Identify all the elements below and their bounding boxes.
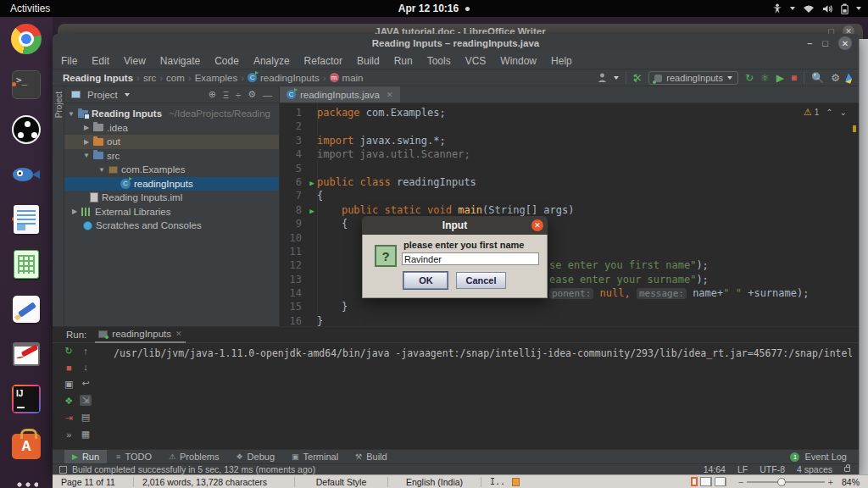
line-ending[interactable]: LF <box>737 464 748 474</box>
tool-tab-terminal[interactable]: ▣Terminal <box>284 450 346 464</box>
soft-wrap-icon[interactable]: ↩ <box>81 378 89 389</box>
menu-help[interactable]: Help <box>551 55 572 67</box>
tool-tab-build[interactable]: ⚒Build <box>348 450 395 464</box>
dock-bluefish[interactable] <box>9 158 43 191</box>
tree-item-idea[interactable]: ▶ .idea <box>64 121 279 136</box>
lo-paragraph-style[interactable]: Default Style <box>295 477 388 487</box>
ide-close-button[interactable]: ✕ <box>838 36 852 50</box>
debug-button[interactable]: ⚛ <box>760 72 770 84</box>
insert-mode-icon[interactable]: I.. <box>490 477 505 486</box>
clock[interactable]: Apr 12 10:16 <box>0 3 868 14</box>
menu-run[interactable]: Run <box>394 55 413 67</box>
build-status-message[interactable]: Build completed successfully in 5 sec, 1… <box>72 464 315 474</box>
up-stack-icon[interactable]: ↑ <box>83 346 88 356</box>
menu-tools[interactable]: Tools <box>427 55 451 67</box>
expand-all-icon[interactable]: Ξ <box>223 90 229 100</box>
first-name-input[interactable] <box>402 252 539 265</box>
lo-page-count[interactable]: Page 11 of 11 <box>53 477 134 487</box>
crumb-examples[interactable]: Examples <box>195 73 238 83</box>
editor-tab-readinginputs[interactable]: C readingInputs.java ✕ <box>280 86 400 103</box>
zoom-in-icon[interactable]: + <box>828 477 833 487</box>
book-view-icon[interactable] <box>715 477 726 486</box>
coverage-button[interactable]: ▶ <box>776 72 784 84</box>
down-stack-icon[interactable]: ↓ <box>83 362 88 372</box>
settings-run-icon[interactable]: ❖ <box>64 396 73 407</box>
ok-button[interactable]: OK <box>403 272 448 289</box>
hide-panel-icon[interactable]: — <box>263 90 272 100</box>
dock-gedit[interactable] <box>9 292 43 326</box>
run-console-tab[interactable]: readingInputs ✕ <box>95 327 185 343</box>
tree-item-out[interactable]: ▶ out <box>64 135 279 149</box>
dock-terminal[interactable]: >_ <box>9 68 43 102</box>
dock-calc[interactable] <box>9 247 43 281</box>
single-page-view-icon[interactable] <box>691 477 698 486</box>
tool-tab-run[interactable]: ▶Run <box>64 450 107 464</box>
lo-language[interactable]: English (India) <box>388 477 481 487</box>
lo-word-count[interactable]: 2,016 words, 13,728 characters <box>134 477 295 487</box>
dock-obs[interactable] <box>9 113 43 147</box>
menu-vcs[interactable]: VCS <box>465 55 487 67</box>
dock-annotator[interactable] <box>9 337 43 371</box>
panel-settings-icon[interactable]: ⚙ <box>248 89 256 100</box>
stop-button[interactable]: ■ <box>791 72 797 84</box>
menu-analyze[interactable]: Analyze <box>253 55 290 67</box>
console-output[interactable]: /usr/lib/jvm/java-1.11.0-openjdk-amd64/b… <box>114 347 852 359</box>
run-main-gutter-icon[interactable]: ▶ <box>307 204 317 218</box>
encoding[interactable]: UTF-8 <box>760 464 785 474</box>
ide-minimize-button[interactable]: – <box>807 38 812 48</box>
bookmark-icon[interactable] <box>512 478 520 486</box>
dialog-title-bar[interactable]: Input ✕ <box>362 216 548 235</box>
ide-maximize-button[interactable]: □ <box>822 38 828 48</box>
zoom-out-icon[interactable]: − <box>738 477 743 487</box>
more-icon[interactable]: » <box>66 430 71 440</box>
tree-item-class-selected[interactable]: C readingInputs <box>64 177 279 191</box>
menu-view[interactable]: View <box>124 55 146 67</box>
thread-dump-icon[interactable]: ▣ <box>64 379 73 390</box>
menu-build[interactable]: Build <box>357 55 380 67</box>
dialog-close-button[interactable]: ✕ <box>531 219 543 231</box>
project-view-selector[interactable]: Project <box>87 90 118 100</box>
close-console-icon[interactable]: ✕ <box>175 330 182 338</box>
dock-chrome[interactable] <box>9 22 43 56</box>
caret-position[interactable]: 14:64 <box>704 464 726 474</box>
run-config-selector[interactable]: readingInputs <box>648 71 738 85</box>
crumb-class[interactable]: readingInputs <box>260 73 320 83</box>
crumb-method[interactable]: main <box>342 73 364 83</box>
user-icon[interactable] <box>598 73 607 83</box>
tree-item-scratches[interactable]: Scratches and Consoles <box>64 219 279 233</box>
menu-navigate[interactable]: Navigate <box>160 55 200 67</box>
close-tab-icon[interactable]: ✕ <box>387 91 393 99</box>
event-log-button[interactable]: 1 Event Log <box>790 452 847 462</box>
menu-file[interactable]: File <box>61 55 77 67</box>
tool-tab-debug[interactable]: ❖Debug <box>229 450 283 464</box>
menu-refactor[interactable]: Refactor <box>304 55 342 67</box>
dock-writer[interactable] <box>9 202 43 236</box>
multi-page-view-icon[interactable] <box>700 477 712 486</box>
crumb-com[interactable]: com <box>166 73 185 83</box>
ide-title-bar[interactable]: Reading Inputs – readingInputs.java – □ … <box>53 34 859 53</box>
zoom-slider[interactable]: − + <box>738 477 833 487</box>
cancel-button[interactable]: Cancel <box>456 272 505 289</box>
tool-tab-project[interactable]: Project <box>53 92 64 118</box>
exit-icon[interactable]: ⇥ <box>65 413 73 424</box>
dock-software[interactable]: A <box>9 428 43 462</box>
readonly-lock-icon[interactable] <box>844 467 850 472</box>
collapse-all-icon[interactable]: ÷ <box>236 90 241 100</box>
learn-plugin-icon[interactable] <box>845 73 853 83</box>
search-everywhere-icon[interactable]: 🔍 <box>811 72 824 84</box>
tree-item-external-libraries[interactable]: ▶ External Libraries <box>64 205 279 219</box>
menu-window[interactable]: Window <box>500 55 537 67</box>
system-tray[interactable] <box>772 0 861 17</box>
print-icon[interactable]: ▤ <box>81 412 90 423</box>
run-class-gutter-icon[interactable]: ▶ <box>307 176 317 190</box>
lo-zoom-level[interactable]: 84% <box>840 477 868 487</box>
zoom-knob[interactable] <box>777 478 786 486</box>
tree-item-package[interactable]: ▼ com.Examples <box>64 163 279 177</box>
crumb-project[interactable]: Reading Inputs <box>63 73 133 83</box>
menu-edit[interactable]: Edit <box>92 55 109 67</box>
menu-code[interactable]: Code <box>214 55 239 67</box>
crumb-src[interactable]: src <box>143 73 156 83</box>
tree-item-src[interactable]: ▼ src <box>64 149 279 164</box>
dock-intellij[interactable]: IJ <box>9 382 43 416</box>
tool-tab-problems[interactable]: ⚠Problems <box>161 450 227 464</box>
